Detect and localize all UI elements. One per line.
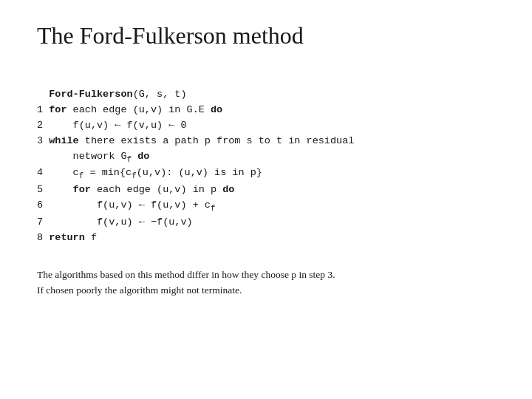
code-block: Ford-Fulkerson(G, s, t) 1 for each edge … (37, 72, 495, 246)
code-line-5: 5 for each edge (u,v) in p do (37, 184, 234, 195)
description-line-1: The algorithms based on this method diff… (37, 267, 495, 283)
description-line-2: If chosen poorly the algorithm might not… (37, 282, 495, 299)
code-line-7: 7 f(v,u) ← −f(u,v) (37, 216, 193, 228)
page-title: The Ford-Fulkerson method (37, 22, 495, 50)
code-line-3: 3 while there exists a path p from s to … (37, 135, 354, 146)
description: The algorithms based on this method diff… (37, 267, 495, 299)
code-line-3b: network Gf do (37, 151, 149, 162)
code-line-8: 8 return f (37, 232, 97, 243)
code-line-4: 4 cf = min{cf(u,v): (u,v) is in p} (37, 167, 262, 178)
code-line-2: 2 f(u,v) ← f(v,u) ← 0 (37, 120, 187, 131)
code-line-1: 1 for each edge (u,v) in G.E do (37, 104, 222, 115)
code-line-6: 6 f(u,v) ← f(u,v) + cf (37, 200, 216, 211)
code-line-header: Ford-Fulkerson(G, s, t) (49, 89, 186, 100)
